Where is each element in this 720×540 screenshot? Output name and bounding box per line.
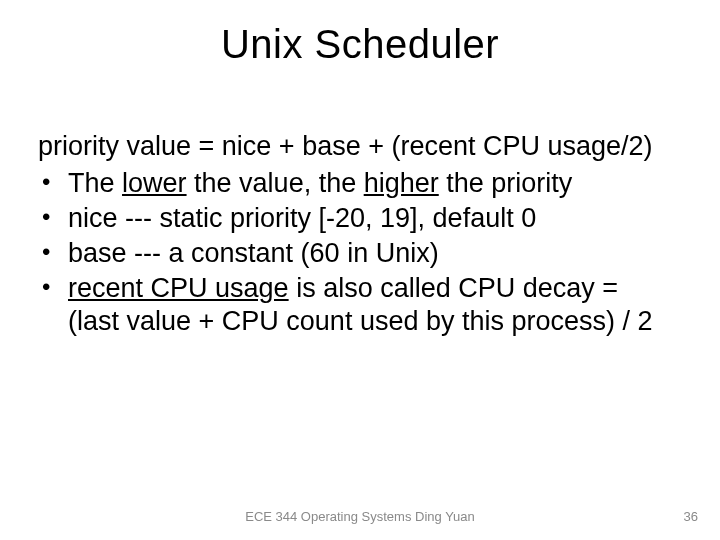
slide-body: priority value = nice + base + (recent C… — [38, 130, 670, 340]
text: The — [68, 168, 122, 198]
emphasis-lower: lower — [122, 168, 187, 198]
text: the value, the — [187, 168, 364, 198]
bullet-list: The lower the value, the higher the prio… — [38, 167, 670, 338]
slide-number: 36 — [684, 509, 698, 524]
bullet-item: base --- a constant (60 in Unix) — [38, 237, 670, 270]
footer-course: ECE 344 Operating Systems Ding Yuan — [0, 509, 720, 524]
emphasis-higher: higher — [364, 168, 439, 198]
priority-formula: priority value = nice + base + (recent C… — [38, 130, 670, 163]
slide-title: Unix Scheduler — [0, 0, 720, 67]
bullet-item: The lower the value, the higher the prio… — [38, 167, 670, 200]
bullet-item: nice --- static priority [-20, 19], defa… — [38, 202, 670, 235]
emphasis-recent-cpu: recent CPU usage — [68, 273, 289, 303]
bullet-item: recent CPU usage is also called CPU deca… — [38, 272, 670, 338]
slide: Unix Scheduler priority value = nice + b… — [0, 0, 720, 540]
text: the priority — [439, 168, 573, 198]
